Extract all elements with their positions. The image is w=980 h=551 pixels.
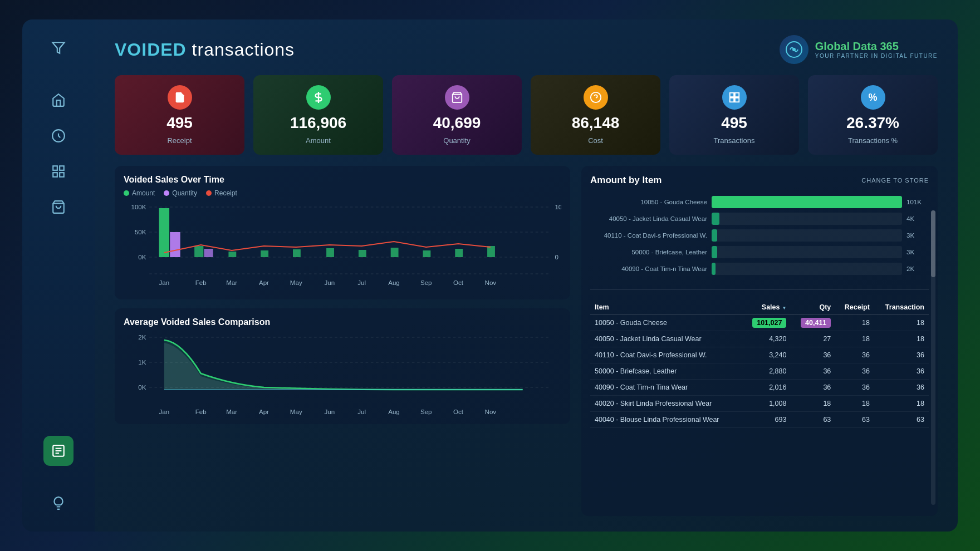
page-title: VOIDED transactions — [115, 40, 295, 60]
svg-text:Apr: Apr — [259, 409, 269, 415]
sidebar-icon-home[interactable] — [43, 85, 74, 115]
kpi-amount-value: 116,906 — [290, 114, 346, 132]
svg-rect-35 — [228, 252, 236, 257]
svg-point-12 — [792, 48, 796, 51]
sidebar-icon-filter[interactable] — [43, 33, 74, 63]
cell-receipt: 36 — [835, 380, 874, 396]
avg-voided-sales-title: Average Voided Sales Comparison — [124, 317, 561, 327]
svg-text:Mar: Mar — [226, 409, 237, 415]
left-panel: Voided Sales Over Time Amount Quantity — [115, 166, 570, 516]
sidebar-icon-dashboard[interactable] — [43, 121, 74, 151]
cell-sales: 4,320 — [742, 331, 791, 347]
kpi-amount: 116,906 Amount — [253, 75, 383, 155]
cell-transaction: 63 — [874, 412, 929, 428]
table-row: 40050 - Jacket Linda Casual Wear 4,320 2… — [590, 331, 929, 347]
col-item: Item — [590, 300, 742, 315]
kpi-quantity: 40,699 Quantity — [392, 75, 522, 155]
sidebar-icon-reports[interactable] — [43, 436, 74, 466]
cell-transaction: 36 — [874, 347, 929, 363]
kpi-transactions-pct-icon: % — [861, 85, 885, 110]
cell-item: 40040 - Blouse Linda Professional Wear — [590, 412, 742, 428]
svg-text:Jul: Jul — [357, 409, 366, 415]
cell-sales: 101,027 — [742, 315, 791, 331]
kpi-receipt-icon — [168, 85, 192, 110]
legend-receipt-dot — [206, 190, 212, 196]
hbar-coat-tim: 40090 - Coat Tim-n Tina Wear 2K — [590, 263, 929, 275]
svg-rect-42 — [455, 249, 463, 257]
svg-text:Oct: Oct — [453, 280, 463, 286]
cell-sales: 3,240 — [742, 347, 791, 363]
kpi-transactions-pct-value: 26.37% — [846, 114, 899, 132]
kpi-receipt-value: 495 — [166, 114, 193, 132]
kpi-receipt: 495 Receipt — [115, 75, 244, 155]
kpi-amount-label: Amount — [306, 136, 331, 145]
col-receipt: Receipt — [835, 300, 874, 315]
cell-transaction: 36 — [874, 380, 929, 396]
cell-transaction: 18 — [874, 315, 929, 331]
divider — [590, 289, 929, 290]
kpi-quantity-icon — [445, 85, 469, 110]
svg-text:100: 100 — [555, 204, 561, 210]
svg-rect-5 — [60, 173, 64, 177]
svg-text:Apr: Apr — [259, 280, 269, 286]
hbar-container: 10050 - Gouda Cheese 101K 40050 - Jacket… — [590, 196, 929, 279]
cell-transaction: 36 — [874, 363, 929, 380]
table-row: 40090 - Coat Tim-n Tina Wear 2,016 36 36… — [590, 380, 929, 396]
sidebar-icon-lightbulb[interactable] — [43, 488, 74, 518]
cell-receipt: 18 — [835, 331, 874, 347]
cell-item: 40050 - Jacket Linda Casual Wear — [590, 331, 742, 347]
table-row: 40110 - Coat Davi-s Professional W. 3,24… — [590, 347, 929, 363]
kpi-transactions: 495 Transactions — [669, 75, 799, 155]
voided-sales-legend: Amount Quantity Receipt — [124, 189, 561, 197]
svg-rect-2 — [53, 166, 57, 170]
legend-amount: Amount — [124, 189, 155, 197]
cell-qty: 63 — [791, 412, 835, 428]
svg-rect-21 — [734, 98, 738, 102]
cell-receipt: 36 — [835, 347, 874, 363]
logo-icon — [780, 35, 808, 64]
svg-text:May: May — [290, 280, 302, 286]
cell-receipt: 18 — [835, 315, 874, 331]
right-scrollbar[interactable] — [931, 210, 935, 505]
cell-sales: 2,016 — [742, 380, 791, 396]
svg-text:Feb: Feb — [195, 409, 207, 415]
svg-text:Jun: Jun — [325, 409, 335, 415]
cell-sales: 693 — [742, 412, 791, 428]
hbar-jacket: 40050 - Jacket Linda Casual Wear 4K — [590, 213, 929, 225]
kpi-transactions-icon — [722, 85, 747, 110]
change-store-button[interactable]: CHANGE TO STORE — [861, 177, 929, 184]
header: VOIDED transactions Global Data 365 YOUR… — [115, 35, 938, 64]
sidebar-icon-bag[interactable] — [43, 192, 74, 222]
sidebar-icon-grid[interactable] — [43, 156, 74, 186]
svg-text:Feb: Feb — [195, 280, 207, 286]
avg-voided-sales-chart: Average Voided Sales Comparison 2K 1K 0K — [115, 308, 570, 424]
cell-item: 10050 - Gouda Cheese — [590, 315, 742, 331]
svg-rect-43 — [487, 246, 495, 257]
svg-text:May: May — [290, 409, 302, 415]
amount-by-item-title: Amount by Item — [590, 175, 661, 186]
svg-text:Mar: Mar — [226, 280, 237, 286]
svg-text:Aug: Aug — [388, 280, 400, 286]
svg-text:Oct: Oct — [453, 409, 463, 415]
table-row: 40040 - Blouse Linda Professional Wear 6… — [590, 412, 929, 428]
amount-by-item-header: Amount by Item CHANGE TO STORE — [590, 175, 929, 186]
kpi-transactions-pct-label: Transactions % — [848, 136, 898, 145]
line-chart-area: 2K 1K 0K Jan Feb — [124, 332, 561, 415]
cell-receipt: 18 — [835, 396, 874, 412]
charts-row: Voided Sales Over Time Amount Quantity — [115, 166, 938, 516]
hbar-briefcase: 50000 - Briefcase, Leather 3K — [590, 246, 929, 258]
kpi-transactions-label: Transactions — [714, 136, 755, 145]
data-table-container: Item Sales Qty Receipt Transaction 10050… — [590, 300, 929, 428]
data-table: Item Sales Qty Receipt Transaction 10050… — [590, 300, 929, 428]
kpi-transactions-value: 495 — [721, 114, 747, 132]
sidebar — [22, 19, 95, 532]
col-sales[interactable]: Sales — [742, 300, 791, 315]
svg-text:Jan: Jan — [159, 280, 170, 286]
avg-chart-svg: 2K 1K 0K Jan Feb — [124, 332, 561, 418]
svg-text:Aug: Aug — [388, 409, 400, 415]
cell-qty: 36 — [791, 347, 835, 363]
legend-quantity-dot — [164, 190, 169, 196]
cell-qty: 18 — [791, 396, 835, 412]
svg-text:Sep: Sep — [420, 280, 432, 286]
cell-qty: 40,411 — [791, 315, 835, 331]
